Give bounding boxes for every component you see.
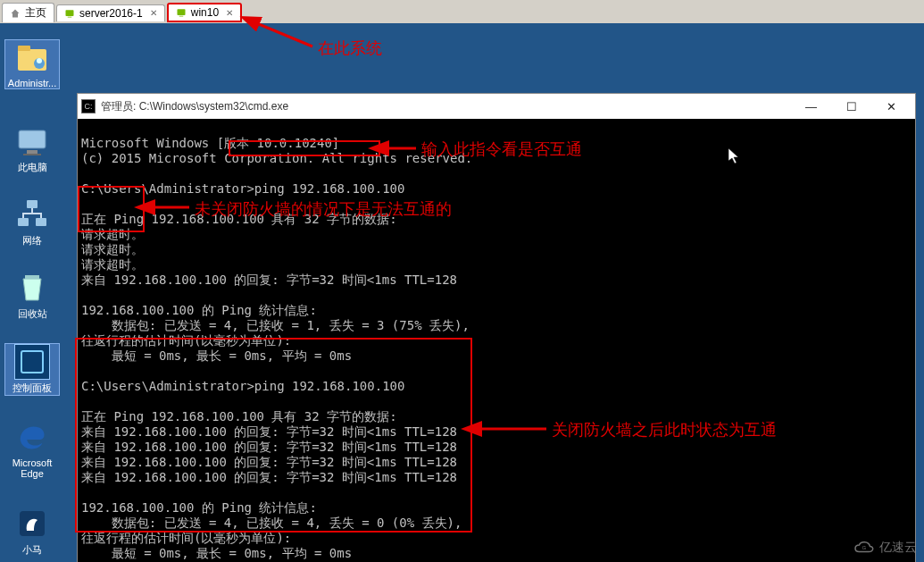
cmd-output[interactable]: Microsoft Windows [版本 10.0.10240] (c) 20… (78, 119, 915, 562)
icon-label: Microsoft (4, 457, 60, 468)
tab-home[interactable]: 主页 (2, 3, 54, 22)
icon-label: 控制面板 (5, 382, 59, 395)
tab-label: server2016-1 (79, 7, 143, 20)
desktop-icon-administrator[interactable]: Administr... (4, 39, 60, 89)
cmd-line: (c) 2015 Microsoft Corporation. All righ… (81, 151, 472, 165)
cmd-line: C:\Users\Administrator>ping 192.168.100.… (81, 379, 404, 393)
desktop-icon-network[interactable]: 网络 (4, 197, 60, 247)
svg-rect-2 (177, 9, 185, 15)
svg-rect-3 (179, 16, 183, 17)
cmd-line: 来自 192.168.100.100 的回复: 字节=32 时间<1ms TTL… (81, 273, 457, 287)
desktop-icon-xiaoma[interactable]: 小马 (4, 506, 60, 557)
minimize-button[interactable]: — (791, 96, 831, 117)
svg-rect-13 (36, 218, 46, 226)
cmd-line: 请求超时。 (81, 242, 144, 256)
window-title-bar[interactable]: C: 管理员: C:\Windows\system32\cmd.exe — ☐ … (78, 94, 915, 119)
app-icon (14, 506, 50, 541)
svg-rect-14 (25, 275, 39, 279)
svg-rect-9 (27, 150, 37, 154)
cmd-line: 正在 Ping 192.168.100.100 具有 32 字节的数据: (81, 212, 397, 226)
vm-desktop[interactable]: Administr... 此电脑 网络 回收站 控制面板 Microsoft E… (0, 23, 924, 562)
network-icon (14, 197, 50, 232)
home-icon (10, 8, 21, 19)
close-icon[interactable]: ✕ (226, 8, 233, 18)
svg-rect-5 (18, 46, 30, 51)
watermark-text: 亿速云 (879, 540, 917, 556)
cmd-line: 往返行程的估计时间(以毫秒为单位): (81, 531, 291, 545)
svg-rect-12 (18, 218, 29, 226)
cmd-icon: C: (81, 99, 96, 113)
close-button[interactable]: ✕ (871, 96, 912, 117)
cmd-window: C: 管理员: C:\Windows\system32\cmd.exe — ☐ … (77, 93, 916, 562)
svg-rect-10 (23, 154, 41, 155)
icon-label: Administr... (5, 78, 59, 88)
icon-label: 此电脑 (4, 161, 60, 174)
control-panel-icon (14, 344, 50, 380)
icon-label: 网络 (4, 234, 60, 247)
cmd-line: C:\Users\Administrator>ping 192.168.100.… (81, 181, 404, 196)
edge-icon (14, 420, 50, 456)
svg-rect-8 (19, 130, 46, 148)
icon-label-2: Edge (4, 468, 60, 479)
tab-server2016[interactable]: server2016-1 ✕ (56, 4, 165, 21)
cmd-line: 最短 = 0ms, 最长 = 0ms, 平均 = 0ms (81, 348, 352, 363)
cmd-line: 往返行程的估计时间(以毫秒为单位): (81, 333, 291, 348)
cmd-line: 请求超时。 (81, 227, 144, 241)
maximize-button[interactable]: ☐ (831, 96, 871, 117)
desktop-icon-recycle-bin[interactable]: 回收站 (4, 270, 60, 321)
cmd-line: 192.168.100.100 的 Ping 统计信息: (81, 303, 317, 317)
cmd-line: 数据包: 已发送 = 4, 已接收 = 4, 丢失 = 0 (0% 丢失), (81, 516, 462, 530)
vm-tab-bar: 主页 server2016-1 ✕ win10 ✕ (0, 0, 924, 23)
cmd-line: 来自 192.168.100.100 的回复: 字节=32 时间<1ms TTL… (81, 470, 457, 484)
folder-user-icon (14, 40, 50, 76)
recycle-bin-icon (14, 270, 50, 306)
cmd-line: Microsoft Windows [版本 10.0.10240] (81, 136, 339, 150)
desktop-icon-control-panel[interactable]: 控制面板 (4, 343, 60, 396)
svg-rect-0 (66, 10, 74, 16)
cmd-line: 来自 192.168.100.100 的回复: 字节=32 时间<1ms TTL… (81, 424, 457, 439)
desktop-icon-this-pc[interactable]: 此电脑 (4, 123, 60, 174)
cmd-line: 来自 192.168.100.100 的回复: 字节=32 时间<1ms TTL… (81, 440, 457, 454)
tab-label: 主页 (25, 5, 46, 21)
icon-label: 回收站 (4, 307, 60, 321)
vm-icon (176, 7, 187, 18)
icon-label: 小马 (4, 543, 60, 557)
svg-text:G: G (862, 545, 867, 550)
pc-icon (14, 123, 50, 159)
svg-point-7 (37, 58, 42, 63)
cmd-line: 数据包: 已发送 = 4, 已接收 = 1, 丢失 = 3 (75% 丢失), (81, 318, 470, 332)
tab-label: win10 (191, 6, 219, 19)
cmd-line: 最短 = 0ms, 最长 = 0ms, 平均 = 0ms (81, 546, 352, 560)
svg-rect-1 (68, 16, 72, 17)
cmd-line: 正在 Ping 192.168.100.100 具有 32 字节的数据: (81, 409, 397, 424)
window-title: 管理员: C:\Windows\system32\cmd.exe (101, 99, 288, 114)
cmd-line: 来自 192.168.100.100 的回复: 字节=32 时间<1ms TTL… (81, 455, 457, 469)
tab-win10[interactable]: win10 ✕ (167, 3, 242, 22)
svg-rect-11 (27, 200, 37, 208)
vm-icon (64, 8, 75, 19)
cmd-line: 192.168.100.100 的 Ping 统计信息: (81, 500, 317, 515)
close-icon[interactable]: ✕ (150, 8, 157, 18)
desktop-icon-edge[interactable]: Microsoft Edge (4, 420, 60, 479)
watermark: G 亿速云 (853, 539, 917, 557)
cmd-line: 请求超时。 (81, 257, 144, 272)
